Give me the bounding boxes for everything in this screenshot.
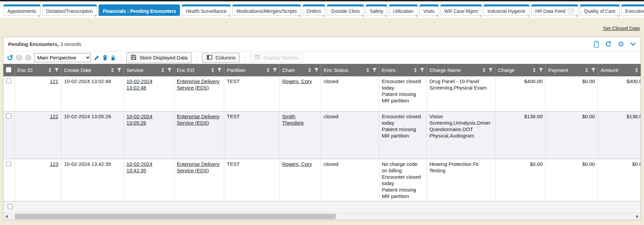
cell-payment: $0.00 (545, 76, 598, 111)
tab-outside-clinic[interactable]: Outside Clinic (327, 4, 364, 16)
col-header-amount[interactable]: Amount (598, 64, 641, 76)
scroll-left-arrow[interactable] (5, 215, 8, 218)
cell-service: 10-02-2024 13:05:26 (124, 111, 174, 159)
toolbar: ↺ ‹ › Main Perspective Store Displayed D… (3, 51, 641, 64)
sort-icon[interactable] (267, 68, 269, 72)
cell-charge: $138.00 (495, 111, 545, 159)
enc_eo-link[interactable]: Enterprise Delivery Service (EDS) (177, 78, 220, 91)
enc_id-link[interactable]: 123 (50, 161, 58, 167)
col-header-errors[interactable]: Errors (379, 64, 427, 76)
col-label: Charge (498, 67, 515, 73)
tab-utilization[interactable]: Utilization (389, 4, 418, 16)
gear-icon[interactable]: ⚙ (618, 41, 624, 47)
filter-funnel-icon[interactable] (314, 68, 319, 72)
cell-chart: Rogers, Cory (279, 159, 321, 201)
sort-icon[interactable] (308, 68, 311, 72)
footer-checkbox[interactable] (8, 204, 13, 209)
tab-dictation-transcription[interactable]: Dictation/Transcription (42, 4, 97, 16)
sort-icon[interactable] (533, 68, 536, 72)
chart-link[interactable]: Rogers, Cory (282, 161, 312, 167)
enc_eo-link[interactable]: Enterprise Delivery Service (EDS) (177, 161, 220, 173)
sort-icon[interactable] (414, 68, 417, 72)
tab-health-surveillance[interactable]: Health Surveillance (182, 4, 231, 16)
tab-industrial-hygiene[interactable]: Industrial Hygiene (484, 4, 530, 16)
delete-trash-icon[interactable] (102, 55, 108, 61)
sort-icon[interactable] (585, 68, 588, 72)
sort-icon[interactable] (483, 68, 485, 72)
filter-funnel-icon[interactable] (420, 68, 424, 72)
perspective-select[interactable]: Main Perspective (34, 53, 91, 62)
filter-funnel-icon[interactable] (539, 68, 543, 72)
col-header-charge_name[interactable]: Charge Name (427, 64, 495, 76)
prev-icon[interactable]: ‹ (16, 54, 22, 61)
sort-icon[interactable] (211, 68, 214, 72)
edit-pencil-icon[interactable] (94, 55, 100, 61)
select-all-checkbox[interactable] (6, 67, 11, 72)
tab-orders[interactable]: Orders (303, 4, 325, 16)
filter-funnel-icon[interactable] (273, 68, 277, 72)
service-link[interactable]: 10-02-2024 13:02:48 (127, 78, 153, 91)
set-closed-date-link[interactable]: Set Closed Date (603, 25, 640, 31)
filter-funnel-icon[interactable] (168, 68, 172, 72)
service-link[interactable]: 10-02-2024 13:42:35 (127, 161, 153, 173)
sort-icon[interactable] (635, 68, 638, 72)
filter-funnel-icon[interactable] (117, 68, 122, 72)
cell-errors: Encounter closed todayPatient missing MR… (379, 76, 427, 111)
row-checkbox[interactable] (6, 78, 11, 83)
filter-funnel-icon[interactable] (591, 68, 596, 72)
lock-icon[interactable] (110, 55, 116, 61)
cell-enc_eo: Enterprise Delivery Service (EDS) (174, 111, 224, 159)
tab-wr-case-mgmt[interactable]: WR Case Mgmt (440, 4, 482, 16)
table-row: 12310-02-2024 13:42:3510-02-2024 13:42:3… (3, 159, 641, 201)
enc_eo-link[interactable]: Enterprise Delivery Service (EDS) (177, 114, 220, 126)
error-line: Encounter closed today (382, 78, 424, 91)
tab-medications-allergies-scripts[interactable]: Medications/Allergies/Scripts (232, 4, 301, 16)
columns-button[interactable]: Columns (202, 53, 240, 63)
sort-icon[interactable] (49, 68, 51, 72)
col-header-partition[interactable]: Partition (224, 64, 279, 76)
col-header-chart[interactable]: Chart (279, 64, 321, 76)
col-header-enc_status[interactable]: Enc Status (321, 64, 379, 76)
tab-executive-dashboard[interactable]: Executive Dashboard (621, 4, 644, 16)
filter-funnel-icon[interactable] (372, 68, 377, 72)
filter-funnel-icon[interactable] (489, 68, 493, 72)
filter-funnel-icon[interactable] (55, 68, 59, 72)
col-header-payment[interactable]: Payment (545, 64, 598, 76)
chart-link[interactable]: Rogers, Cory (282, 78, 312, 84)
filter-funnel-icon[interactable] (217, 68, 222, 72)
col-header-create_date[interactable]: Create Date (61, 64, 124, 76)
new-document-icon[interactable] (594, 41, 599, 48)
panel-header-icons: ⚙ (594, 41, 636, 48)
row-checkbox[interactable] (6, 114, 11, 119)
scroll-right-arrow[interactable] (636, 215, 639, 218)
chart-link[interactable]: Smith, Theodore (282, 114, 304, 126)
display-options-button[interactable]: Display Options (250, 53, 303, 62)
tab-hr-data-feed[interactable]: HR Data Feed↗ (531, 4, 578, 16)
row-checkbox[interactable] (6, 161, 11, 166)
scrollbar-thumb[interactable] (15, 214, 336, 219)
sort-icon[interactable] (111, 68, 114, 72)
next-icon[interactable]: › (25, 54, 31, 61)
enc_id-link[interactable]: 122 (50, 114, 58, 119)
horizontal-scrollbar[interactable] (3, 213, 641, 220)
tab-safety[interactable]: Safety (366, 4, 387, 16)
tab-visits[interactable]: Visits (419, 4, 439, 16)
col-header-enc_eo[interactable]: Enc EO (174, 64, 224, 76)
collapse-chevron-icon[interactable] (630, 42, 636, 46)
refresh-icon[interactable] (605, 41, 612, 47)
enc_id-link[interactable]: 121 (50, 78, 58, 84)
tab-label: Quality of Care (584, 8, 615, 14)
col-header-service[interactable]: Service (124, 64, 174, 76)
tab-financials-pending-encounters[interactable]: Financials : Pending Encounters (99, 4, 180, 16)
undo-icon[interactable]: ↺ (7, 54, 13, 61)
col-header-enc_id[interactable]: Enc ID (15, 64, 61, 76)
sort-icon[interactable] (366, 68, 369, 72)
external-link-icon[interactable]: ↗ (568, 8, 574, 14)
sort-icon[interactable] (161, 68, 164, 72)
store-displayed-data-button[interactable]: Store Displayed Data (126, 52, 192, 63)
col-header-charge[interactable]: Charge (495, 64, 545, 76)
tab-appointments[interactable]: Appointments (3, 4, 41, 16)
tab-quality-of-care[interactable]: Quality of Care (580, 4, 619, 16)
service-link[interactable]: 10-02-2024 13:05:26 (127, 114, 153, 126)
cell-charge_name: Drug Panel - 10 Panel Screening,Physical… (427, 76, 495, 111)
